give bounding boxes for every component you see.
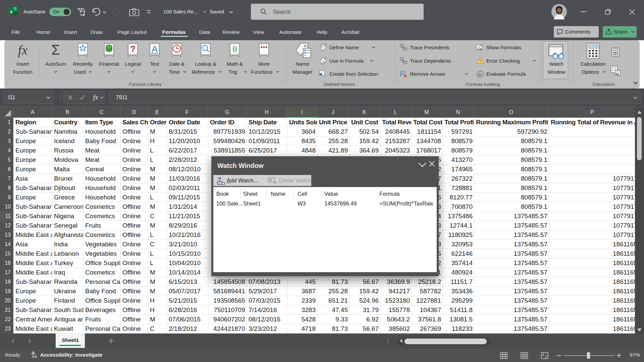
svg-text:fx: fx (478, 72, 482, 77)
svg-text:θ: θ (232, 44, 237, 54)
svg-text:fx: fx (322, 60, 325, 64)
svg-text:x: x (10, 9, 13, 14)
svg-text:fx: fx (479, 47, 482, 51)
svg-text:A: A (152, 44, 158, 54)
svg-text:?: ? (130, 44, 136, 54)
